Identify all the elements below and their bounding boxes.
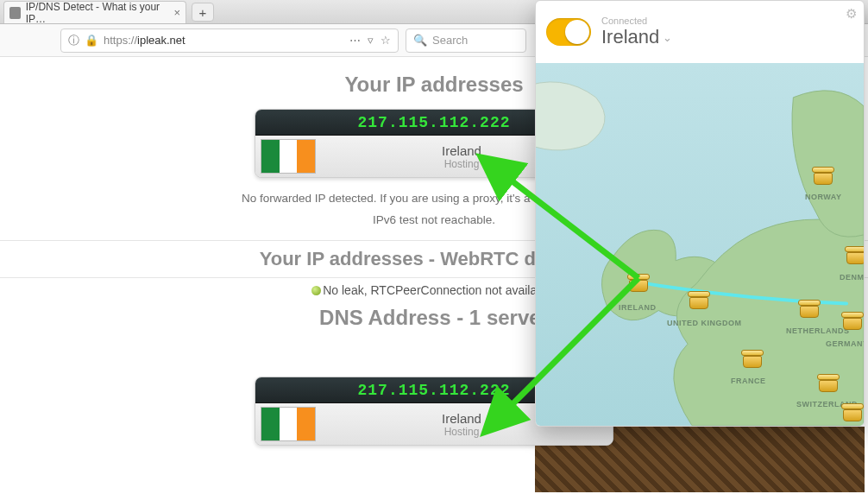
vpn-status-label: Connected <box>601 16 672 26</box>
dns-type: Hosting <box>316 426 607 438</box>
plus-icon: + <box>199 5 207 20</box>
server-marker-netherlands[interactable] <box>800 301 819 319</box>
search-bar[interactable]: 🔍 Search <box>406 28 526 53</box>
map-label-netherlands: NETHERLANDS <box>786 326 850 335</box>
lock-icon: 🔒 <box>85 34 98 47</box>
bookmark-star-icon[interactable]: ☆ <box>381 34 391 47</box>
search-icon: 🔍 <box>413 34 427 47</box>
browser-tab-active[interactable]: IP/DNS Detect - What is your IP… × <box>3 1 186 23</box>
server-marker-uk[interactable] <box>689 293 708 310</box>
url-text: https://ipleak.net <box>104 34 344 47</box>
flag-ireland-icon <box>261 407 316 441</box>
reader-icon[interactable]: ⋯ <box>349 34 361 47</box>
map-label-germany: GERMANY <box>826 339 865 348</box>
server-marker-denmark[interactable] <box>846 248 865 265</box>
server-marker-germany[interactable] <box>843 314 862 331</box>
map-svg <box>536 63 864 426</box>
tab-favicon <box>9 7 21 19</box>
status-dot-ok-icon <box>311 286 321 295</box>
address-bar[interactable]: ⓘ 🔒 https://ipleak.net ⋯ ▿ ☆ <box>60 28 399 53</box>
server-marker-norway[interactable] <box>814 168 833 186</box>
tab-title: IP/DNS Detect - What is your IP… <box>26 1 169 25</box>
site-info-icon[interactable]: ⓘ <box>68 33 79 48</box>
new-tab-button[interactable]: + <box>192 3 214 22</box>
vpn-toggle-switch[interactable] <box>546 18 591 46</box>
gear-icon[interactable]: ⚙ <box>846 6 857 22</box>
server-marker-extra[interactable] <box>843 405 862 422</box>
tab-close-icon[interactable]: × <box>173 6 180 19</box>
server-marker-switzerland[interactable] <box>819 376 838 393</box>
map-label-denmark: DENM <box>840 273 865 282</box>
server-marker-france[interactable] <box>743 352 762 369</box>
map-label-france: FRANCE <box>731 377 766 385</box>
server-marker-ireland[interactable] <box>629 276 648 293</box>
flag-ireland-icon <box>261 139 316 174</box>
chevron-down-icon: ⌄ <box>663 31 672 44</box>
pocket-icon[interactable]: ▿ <box>368 34 374 47</box>
search-placeholder: Search <box>432 34 468 47</box>
map-label-uk: UNITED KINGDOM <box>667 319 742 327</box>
map-label-norway: NORWAY <box>805 193 842 201</box>
map-label-ireland: IRELAND <box>619 303 657 312</box>
vpn-extension-popup: ⚙ Connected Ireland ⌄ IRELAND UNITED KIN… <box>535 0 865 427</box>
vpn-map[interactable]: IRELAND UNITED KINGDOM FRANCE NETHERLAND… <box>536 63 864 427</box>
vpn-location-selector[interactable]: Ireland ⌄ <box>601 26 672 48</box>
